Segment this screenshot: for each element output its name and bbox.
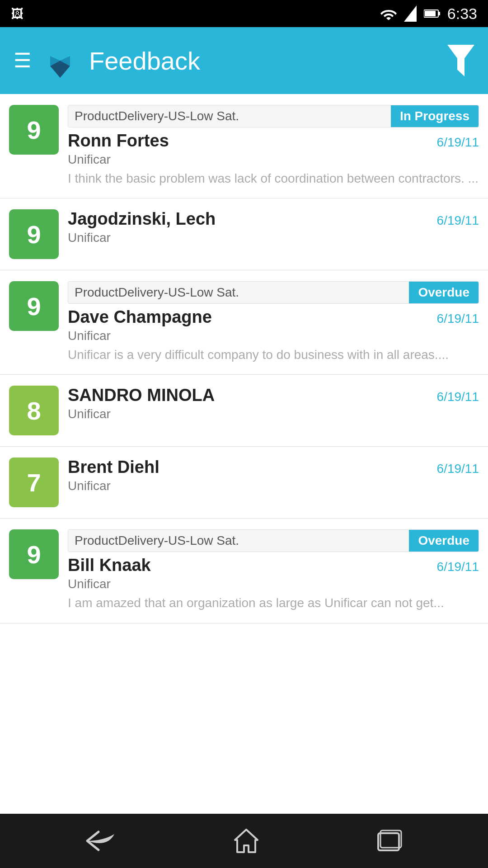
item-content: SANDRO MINOLA6/19/11Unificar — [68, 386, 479, 424]
item-date: 6/19/11 — [437, 462, 479, 476]
survey-status: In Progress — [391, 105, 479, 127]
feedback-item[interactable]: 9ProductDelivery-US-Low Sat.In ProgressR… — [0, 94, 488, 198]
name-row: SANDRO MINOLA6/19/11 — [68, 386, 479, 405]
survey-name: ProductDelivery-US-Low Sat. — [68, 282, 409, 303]
item-date: 6/19/11 — [437, 135, 479, 150]
feedback-text: Unificar is a very difficult company to … — [68, 346, 479, 363]
company-name: Unificar — [68, 479, 479, 493]
wifi-icon — [380, 7, 397, 20]
status-time: 6:33 — [447, 5, 477, 23]
home-icon — [233, 827, 260, 854]
status-bar: 🖼 6:33 — [0, 0, 488, 27]
feedback-item[interactable]: 9ProductDelivery-US-Low Sat.OverdueBill … — [0, 519, 488, 623]
company-name: Unificar — [68, 329, 479, 343]
survey-row: ProductDelivery-US-Low Sat.In Progress — [68, 105, 479, 127]
score-badge: 9 — [9, 529, 59, 579]
item-date: 6/19/11 — [437, 390, 479, 404]
person-name: Brent Diehl — [68, 458, 160, 477]
name-row: Jagodzinski, Lech6/19/11 — [68, 209, 479, 229]
feedback-text: I am amazed that an organization as larg… — [68, 594, 479, 612]
filter-icon[interactable] — [447, 45, 474, 76]
svg-rect-3 — [425, 11, 436, 16]
company-name: Unificar — [68, 152, 479, 167]
feedback-text: I think the basic problem was lack of co… — [68, 170, 479, 187]
item-date: 6/19/11 — [437, 560, 479, 574]
svg-rect-2 — [438, 12, 440, 15]
survey-status: Overdue — [409, 282, 479, 303]
recent-apps-button[interactable] — [376, 829, 403, 854]
person-name: Jagodzinski, Lech — [68, 209, 216, 229]
app-logo — [42, 42, 78, 79]
item-content: ProductDelivery-US-Low Sat.OverdueBill K… — [68, 529, 479, 612]
company-name: Unificar — [68, 407, 479, 421]
survey-row: ProductDelivery-US-Low Sat.Overdue — [68, 529, 479, 552]
svg-marker-8 — [447, 45, 474, 76]
survey-name: ProductDelivery-US-Low Sat. — [68, 530, 409, 552]
name-row: Bill Knaak6/19/11 — [68, 556, 479, 575]
item-content: ProductDelivery-US-Low Sat.OverdueDave C… — [68, 281, 479, 363]
menu-icon[interactable]: ☰ — [14, 51, 31, 71]
feedback-item[interactable]: 8SANDRO MINOLA6/19/11Unificar — [0, 375, 488, 447]
score-badge: 9 — [9, 281, 59, 331]
signal-icon — [404, 5, 417, 22]
score-badge: 9 — [9, 105, 59, 155]
back-button[interactable] — [85, 830, 117, 852]
bottom-nav — [0, 814, 488, 868]
feedback-item[interactable]: 9ProductDelivery-US-Low Sat.OverdueDave … — [0, 270, 488, 375]
person-name: SANDRO MINOLA — [68, 386, 215, 405]
company-name: Unificar — [68, 577, 479, 591]
battery-icon — [424, 8, 440, 19]
name-row: Dave Champagne6/19/11 — [68, 307, 479, 327]
item-content: Brent Diehl6/19/11Unificar — [68, 458, 479, 496]
survey-status: Overdue — [409, 530, 479, 552]
item-date: 6/19/11 — [437, 311, 479, 326]
svg-marker-0 — [404, 5, 417, 22]
back-icon — [85, 830, 117, 852]
score-badge: 7 — [9, 458, 59, 507]
home-button[interactable] — [233, 827, 260, 854]
person-name: Bill Knaak — [68, 556, 151, 575]
person-name: Dave Champagne — [68, 307, 212, 327]
score-badge: 9 — [9, 209, 59, 259]
item-content: ProductDelivery-US-Low Sat.In ProgressRo… — [68, 105, 479, 187]
app-title: Feedback — [89, 46, 436, 75]
name-row: Brent Diehl6/19/11 — [68, 458, 479, 477]
recent-icon — [376, 829, 403, 854]
feedback-item[interactable]: 7Brent Diehl6/19/11Unificar — [0, 447, 488, 519]
svg-marker-9 — [235, 830, 258, 852]
person-name: Ronn Fortes — [68, 131, 169, 151]
status-bar-left: 🖼 — [11, 6, 23, 21]
app-bar: ☰ Feedback — [0, 27, 488, 94]
feedback-item[interactable]: 9Jagodzinski, Lech6/19/11Unificar — [0, 198, 488, 270]
name-row: Ronn Fortes6/19/11 — [68, 131, 479, 151]
survey-name: ProductDelivery-US-Low Sat. — [68, 105, 391, 127]
company-name: Unificar — [68, 231, 479, 245]
item-date: 6/19/11 — [437, 213, 479, 228]
score-badge: 8 — [9, 386, 59, 435]
image-icon: 🖼 — [11, 7, 23, 21]
item-content: Jagodzinski, Lech6/19/11Unificar — [68, 209, 479, 248]
survey-row: ProductDelivery-US-Low Sat.Overdue — [68, 281, 479, 304]
feedback-list: 9ProductDelivery-US-Low Sat.In ProgressR… — [0, 94, 488, 814]
